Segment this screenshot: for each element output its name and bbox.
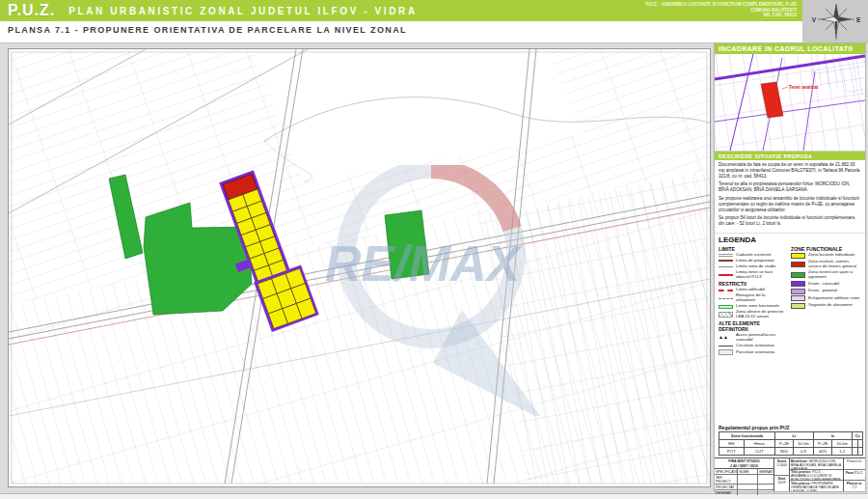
legend-label: Zona institutii, comert, servicii de int… [808,260,861,268]
project-info-line: P.U.Z. - ANSAMBLU LOCUINTE SI FUNCTIUNI … [646,2,797,8]
firm-registration: J 40 / 9997 / 2010 [715,464,773,469]
puz-logo: P.U.Z. [8,2,55,19]
legend-label: Vegetatie de aliniament [808,303,853,308]
faza-cell: Faza P.U.Z. [844,470,865,482]
titlu-plansa-cell: Titlu plansa: PROPUNERE ORIENTATIVA DE P… [790,481,843,491]
regulament-title: Regulamentul propus prin PUZ [719,425,861,430]
firm-cell: FIRA MIST STUDIO J 40 / 9997 / 2010 [715,458,773,469]
legend-limite-title: LIMITE [719,246,785,252]
compass-west-label: V [812,16,817,23]
cadastral-parcels [9,49,710,484]
titlu-proiect-cell: Titlu proiect: P.U.Z. - ANSAMBLU LOCUINT… [790,470,843,482]
compass-rose-icon: V E [802,0,868,42]
swatch-sport-icon [791,272,805,278]
title-block: FIRA MIST STUDIO J 40 / 9997 / 2010 SPEC… [715,457,865,491]
legend-title: LEGENDA [719,236,861,244]
legend-label: Limita teren ce face obiectul P.U.Z. [736,270,785,279]
subtitle-bar: PLANSA 7.1 - PROPUNERE ORIENTATIVA DE PA… [0,21,802,42]
swatch-institutii-icon [791,262,805,267]
swatch-acces-icon: ▲▲ [719,335,733,340]
regulament-section: Regulamentul propus prin PUZ Zona functi… [715,424,865,457]
reg-cell: 35% [774,448,793,456]
col-specificatie: SPECIFICATIE [715,469,738,474]
swatch-studiu-icon [719,266,733,267]
proiect-nr-cell: Proiect nr. [844,458,865,470]
legend-label: Limita edificabil [736,288,765,292]
scara-cell: Scara1:1000 [774,458,789,476]
sheet-subtitle: PLANSA 7.1 - PROPUNERE ORIENTATIVA DE PA… [0,21,802,35]
reg-cell: Hmax [744,440,774,448]
compass-east-label: E [856,16,861,23]
reg-cell: - [857,440,862,448]
descriere-paragraph: Terenul se afla in proprietatea persoane… [719,181,861,193]
legend-label: Zona teren/curti sport si agrement [808,270,861,279]
minimap-parcel-label: Teren analizat [789,85,819,90]
swatch-parcelare-icon [719,349,733,355]
reg-cell: P+2E [814,440,832,448]
legend-label: Retragere de la aliniament [736,293,785,302]
descriere-paragraph: Se propune realizarea unui ansamblu de l… [719,196,861,213]
green-zone-east [385,210,429,279]
swatch-teren-puz-icon [719,274,733,276]
sidebar-spacer [715,359,865,424]
legend-label: Limita zona de studiu [736,264,776,269]
legend-label: Drum - carosabil [808,282,839,287]
legend-label: Circulatie orientativa [736,344,774,348]
swatch-zone-functionale-icon [719,305,733,309]
row-desenat: DESENAT [715,490,738,495]
reg-header: Zona functionala [719,432,775,440]
cadastral-map [9,49,710,486]
swatch-retragere-icon [719,298,733,299]
zoning-map-panel: RE/MAX [8,48,711,487]
plansa-nr-cell: Plansa nr. 7.1 [844,481,865,491]
legend-label: Echipamente edilitare rutier [808,296,859,301]
legend-label: Acces pietonal/acces carosabil [736,333,785,342]
faza-label: Faza [846,471,854,475]
project-info-line: NR. CAD. 58413 [646,13,797,18]
data-value: 2019 [778,481,786,485]
regulament-table: Zona functionala Li Is Cc RH Hmax P+2E 1… [719,431,863,456]
swatch-proprietate-icon [719,260,733,262]
reg-cell: P+2E [774,440,793,448]
sidebar: INCADRARE IN CADRUL LOCALITATII [714,42,866,492]
beneficiar-cell: Beneficiar: MORCIODU ION, BÎNĂ ADOKSAN, … [790,458,843,470]
swatch-cadastre-icon [719,254,733,257]
legend-label: Limite zone functionale [736,304,779,309]
swatch-circulatie-icon [719,346,733,347]
col-semnatura: SEMNATURA [758,469,773,474]
compass-box: V E [802,0,868,42]
reg-cell: CUT [744,448,774,456]
reg-cell: RH [719,440,745,448]
project-info: P.U.Z. - ANSAMBLU LOCUINTE SI FUNCTIUNI … [646,2,797,18]
location-inset-map: Teren analizat [715,54,865,152]
swatch-drum-pietonal-icon [791,289,805,294]
legend-label: Zona locuinte individuale [808,253,854,258]
descriere-title: DESCRIERE SITUATIE PROPUSA [715,152,865,160]
data-cell: Data2019 [774,476,789,492]
legend: LEGENDA LIMITE Cadastre existente Limita… [715,234,865,359]
swatch-drum-carosabil-icon [791,281,805,287]
faza-value: P.U.Z. [854,471,863,475]
header-bar: P.U.Z. PLAN URBANISTIC ZONAL JUDETUL ILF… [0,0,802,21]
swatch-locuinte-icon [791,253,805,259]
row-sef-proiect: SEF PROIECT [715,475,738,484]
descriere-paragraph: Se propun 54 loturi de locuinte individu… [719,215,861,227]
swatch-echipamente-icon [791,295,805,301]
reg-cell: 10.0m [832,440,853,448]
reg-cell: POT [719,448,745,456]
col-nume: NUME [738,469,758,474]
incadrare-title: INCADRARE IN CADRUL LOCALITATII [715,43,865,54]
reg-cell: - [857,448,862,456]
legend-label: Limita de proprietate [736,259,774,263]
descriere-text: Documentatia de fata se ocupa de un tere… [715,160,865,234]
legend-label: Zona aliniere de protectie LEA 20 kV aer… [736,310,785,319]
legend-label: Drum - pietonal [808,289,837,293]
legend-label: Parcelare orientativa [736,350,774,355]
legend-zone-title: ZONE FUNCTIONALE [791,246,861,252]
descriere-paragraph: Documentatia de fata se ocupa de un tere… [719,162,861,180]
row-proiectat: PROIECTAT [715,485,738,489]
swatch-lea-icon [719,312,733,318]
reg-header: Li [774,432,813,440]
legend-alte-title: ALTE ELEMENTE DEFINITORII [719,320,785,332]
page-title: PLAN URBANISTIC ZONAL JUDETUL ILFOV - VI… [68,6,417,16]
